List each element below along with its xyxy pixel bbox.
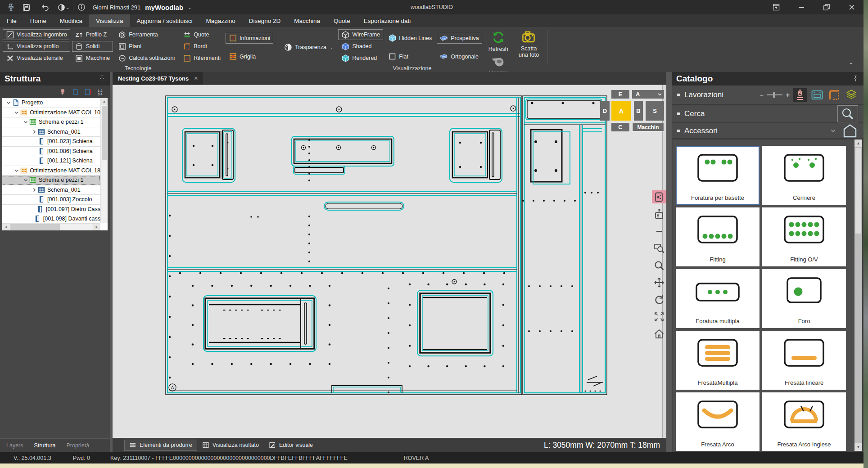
- ribbon-button-piani[interactable]: Piani: [115, 41, 178, 52]
- ribbon-button-riferimenti[interactable]: Riferimenti: [180, 53, 224, 63]
- tools-separator[interactable]: [652, 225, 666, 238]
- tree-item-001-097-dietro-cass[interactable]: [001.097] Dietro Cass: [2, 205, 100, 215]
- accessory-card-foratura-per-basette[interactable]: Foratura per basette: [676, 146, 760, 205]
- ribbon-button-scatta-una-foto[interactable]: Scattauna foto: [515, 29, 543, 58]
- fit-view-tool[interactable]: [652, 310, 666, 323]
- ribbon-button-calcola-sottrazioni[interactable]: Calcola sottrazioni: [115, 53, 178, 63]
- panel-tab-propriet[interactable]: Proprietà: [66, 442, 89, 449]
- accessory-card-fresata-lineare[interactable]: Fresata lineare: [762, 331, 846, 390]
- view-button-e[interactable]: E: [611, 90, 629, 99]
- accessori-caret-icon[interactable]: [831, 129, 836, 132]
- contrast-caret-icon[interactable]: ⌄: [66, 5, 69, 10]
- restore-icon[interactable]: [822, 3, 831, 12]
- ribbon-button-flat[interactable]: Flat: [385, 51, 435, 62]
- bottom-tab-visualizza-risultato[interactable]: Visualizza risultato: [197, 440, 264, 451]
- view-button-s[interactable]: S: [646, 101, 664, 121]
- contrast-icon[interactable]: [57, 3, 66, 12]
- panel-tab-layers[interactable]: Layers: [6, 442, 23, 449]
- ribbon-button-visualizza-utensile[interactable]: Visualizza utensile: [3, 53, 70, 63]
- accessory-card-fresata-arco-inglese[interactable]: Fresata Arco Inglese: [762, 392, 846, 451]
- bottom-tab-editor-visuale[interactable]: Editor visuale: [264, 440, 318, 451]
- menu-quote[interactable]: Quote: [327, 14, 357, 27]
- menu-magazzino[interactable]: Magazzino: [199, 14, 242, 27]
- locator-icon[interactable]: [59, 88, 66, 96]
- pin-icon[interactable]: [99, 75, 105, 82]
- ribbon-button-macchine[interactable]: Macchine: [72, 53, 113, 63]
- ribbon-button-profilo-z[interactable]: ZProfilo Z: [72, 29, 113, 40]
- ribbon-button-ferramenta[interactable]: Ferramenta: [115, 29, 178, 40]
- menu-disegno-2d[interactable]: Disegno 2D: [242, 14, 288, 27]
- menu-file[interactable]: File: [0, 14, 23, 27]
- sort-icon[interactable]: 1 23 4: [97, 88, 104, 96]
- close-icon[interactable]: [847, 3, 856, 12]
- tree-item-progetto[interactable]: Progetto: [2, 98, 100, 108]
- panel-book-icon[interactable]: [72, 88, 79, 96]
- ribbon-button-prospettiva[interactable]: Prospettiva: [437, 33, 482, 44]
- section-lavorazioni[interactable]: Lavorazioni – +: [672, 86, 863, 105]
- tree-item-schema-e-pezzi-1[interactable]: Schema e pezzi 1: [2, 117, 100, 127]
- save-icon[interactable]: [22, 3, 31, 12]
- filter-layers-icon[interactable]: [845, 88, 858, 102]
- app-logo-icon[interactable]: [6, 3, 15, 12]
- accessory-card-fitting-o-v[interactable]: Fitting O/V: [762, 207, 846, 266]
- view-button-b[interactable]: B: [634, 101, 643, 121]
- pan-tool[interactable]: [652, 276, 666, 289]
- accessory-card-cerniere[interactable]: Cerniere: [762, 146, 846, 205]
- ribbon-button-informazioni[interactable]: Informazioni: [226, 33, 273, 44]
- ribbon-button-rendered[interactable]: Rendered: [338, 53, 383, 63]
- view-dropdown-a[interactable]: A: [632, 90, 664, 99]
- ribbon-button-visualizza-ingombro[interactable]: Visualizza ingombro: [3, 29, 70, 40]
- menu-macchina[interactable]: Macchina: [287, 14, 327, 27]
- rotate-view-tool[interactable]: [652, 293, 666, 306]
- filter-machine-icon[interactable]: [810, 88, 824, 102]
- tab-nesting-document[interactable]: Nesting Co23-057 Tysons×: [113, 72, 203, 85]
- filter-border-icon[interactable]: [827, 88, 841, 102]
- tree-item-001-003-zoccolo[interactable]: [001.003] Zoccolo: [2, 195, 100, 205]
- zoom-window-tool[interactable]: [652, 242, 666, 255]
- menu-visualizza[interactable]: Visualizza: [89, 14, 130, 27]
- right-splitter[interactable]: [666, 72, 672, 452]
- ribbon-button-visualizza-profilo[interactable]: Visualizza profilo: [3, 41, 70, 52]
- zoom-out-icon[interactable]: –: [760, 91, 764, 99]
- tree-item-schema-001[interactable]: Schema_001: [2, 127, 100, 137]
- tree-item-ottimizzazione-mat-col-18[interactable]: Ottimizzazione MAT COL 18: [2, 166, 100, 176]
- panel-tab-struttura[interactable]: Struttura: [34, 442, 56, 449]
- view-button-macchina[interactable]: Macchin: [632, 123, 664, 131]
- view-button-a-active[interactable]: A: [611, 101, 631, 121]
- undo-icon[interactable]: [41, 3, 50, 12]
- bottom-tab-elementi-da-produrre[interactable]: Elementi da produrre: [124, 440, 197, 451]
- product-name[interactable]: myWoodlab: [145, 4, 183, 11]
- tree-item-schema-e-pezzi-1[interactable]: Schema e pezzi 1: [2, 176, 100, 185]
- snap-tool[interactable]: [652, 190, 666, 203]
- home-view-tool[interactable]: [652, 327, 666, 340]
- dock-window-icon[interactable]: [772, 3, 781, 12]
- ribbon-button-hidden-lines[interactable]: Hidden Lines: [385, 33, 435, 44]
- minimize-icon[interactable]: [797, 3, 806, 12]
- panel-marker-icon[interactable]: [84, 88, 92, 96]
- accessory-card-foratura-multipla[interactable]: Foratura multipla: [676, 269, 760, 328]
- tree-item-schema-001[interactable]: Schema_001: [2, 185, 100, 195]
- ribbon-button-solidi[interactable]: Solidi: [72, 41, 113, 52]
- ribbon-button-quote[interactable]: Quote: [180, 29, 224, 40]
- product-caret-icon[interactable]: ⌄: [188, 5, 191, 10]
- zoom-tool[interactable]: [652, 259, 666, 272]
- ribbon-button-shaded[interactable]: Shaded: [338, 41, 383, 52]
- tree-item-ottimizzazione-mat-col-10[interactable]: Ottimizzazione MAT COL 10: [2, 108, 100, 118]
- ribbon-button-wireframe[interactable]: WireFrame: [338, 29, 383, 40]
- tree-item-001-023-schiena[interactable]: [001.023] Schiena: [2, 137, 100, 147]
- menu-aggiorna-sostituisci[interactable]: Aggiorna / sostituisci: [130, 14, 199, 27]
- menu-home[interactable]: Home: [23, 14, 53, 27]
- view-button-c[interactable]: C: [611, 123, 629, 131]
- filter-drilling-icon[interactable]: [793, 88, 807, 102]
- tree-item-001-121-schiena[interactable]: [001.121] Schiena: [2, 156, 100, 166]
- tree-item-001-086-schiena[interactable]: [001.086] Schiena: [2, 147, 100, 157]
- info-icon[interactable]: [77, 3, 86, 12]
- ribbon-button-griglia[interactable]: Griglia: [226, 51, 273, 62]
- catalog-scrollbar[interactable]: ▲▼: [854, 140, 862, 451]
- accessory-card-fresata-arco[interactable]: Fresata Arco: [676, 392, 760, 451]
- ribbon-button-refresh[interactable]: Refresh: [484, 29, 513, 52]
- ribbon-button-bordi[interactable]: Bordi: [180, 41, 224, 52]
- search-icon[interactable]: [837, 105, 858, 122]
- cad-viewport[interactable]: A E A D A B S C Macchin: [113, 85, 666, 438]
- menu-esportazione-dati[interactable]: Esportazione dati: [357, 14, 417, 27]
